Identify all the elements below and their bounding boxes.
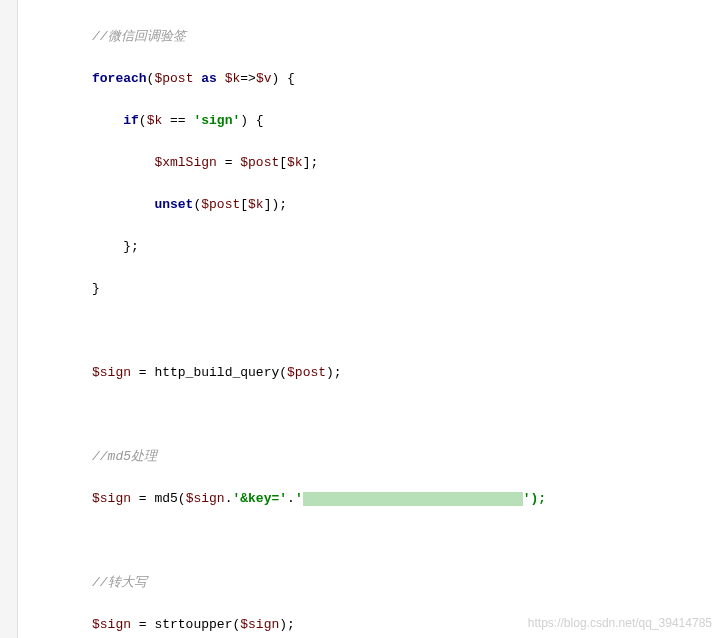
comment-text: //md5处理 — [92, 449, 157, 464]
code-line — [30, 530, 724, 551]
code-line: }; — [30, 236, 724, 257]
string-literal: 'sign' — [193, 113, 240, 128]
variable: $post — [240, 155, 279, 170]
redacted-content — [303, 492, 523, 506]
code-content[interactable]: //微信回调验签 foreach($post as $k=>$v) { if($… — [18, 0, 724, 638]
code-line: $sign = md5($sign.'&key='.''); — [30, 488, 724, 509]
code-line — [30, 320, 724, 341]
code-line: } — [30, 278, 724, 299]
variable: $sign — [92, 617, 131, 632]
comment-text: //转大写 — [92, 575, 147, 590]
variable: $post — [154, 71, 193, 86]
variable: $k — [248, 197, 264, 212]
keyword: as — [193, 71, 224, 86]
variable: $k — [147, 113, 163, 128]
keyword: if — [123, 113, 139, 128]
code-line: if($k == 'sign') { — [30, 110, 724, 131]
variable: $sign — [92, 365, 131, 380]
code-line: //微信回调验签 — [30, 26, 724, 47]
code-line: //转大写 — [30, 572, 724, 593]
keyword: unset — [154, 197, 193, 212]
comment-text: //微信回调验签 — [92, 29, 186, 44]
variable: $sign — [240, 617, 279, 632]
variable: $sign — [186, 491, 225, 506]
code-line: foreach($post as $k=>$v) { — [30, 68, 724, 89]
variable: $post — [201, 197, 240, 212]
variable: $xmlSign — [154, 155, 216, 170]
variable: $k — [225, 71, 241, 86]
variable: $k — [287, 155, 303, 170]
editor-gutter: − − − − − − − − — [0, 0, 18, 638]
watermark-text: https://blog.csdn.net/qq_39414785 — [528, 616, 712, 630]
variable: $sign — [92, 491, 131, 506]
string-literal: '&key=' — [232, 491, 287, 506]
code-line: //md5处理 — [30, 446, 724, 467]
keyword: foreach — [92, 71, 147, 86]
code-line: $sign = http_build_query($post); — [30, 362, 724, 383]
variable: $v — [256, 71, 272, 86]
code-line: $xmlSign = $post[$k]; — [30, 152, 724, 173]
code-line — [30, 404, 724, 425]
code-editor: − − − − − − − − //微信回调验签 foreach($post a… — [0, 0, 724, 638]
code-line: unset($post[$k]); — [30, 194, 724, 215]
variable: $post — [287, 365, 326, 380]
